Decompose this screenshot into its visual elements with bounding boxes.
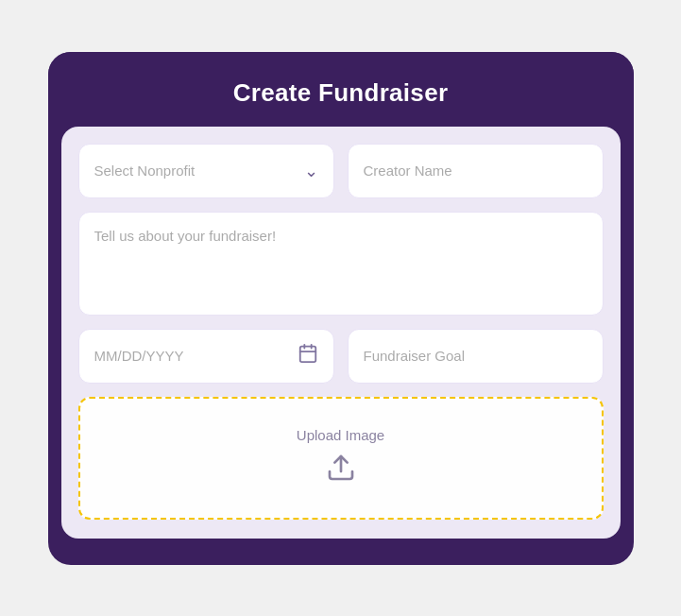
date-input[interactable] [94, 348, 298, 364]
upload-icon [326, 453, 356, 489]
card-header: Create Fundraiser [48, 52, 634, 127]
description-input[interactable] [94, 228, 587, 299]
goal-field[interactable] [348, 329, 604, 384]
svg-rect-0 [299, 347, 315, 363]
select-nonprofit-dropdown[interactable]: Select Nonprofit ⌄ [78, 144, 334, 198]
upload-image-area[interactable]: Upload Image [78, 397, 604, 520]
upload-label: Upload Image [297, 427, 384, 443]
creator-name-input[interactable] [364, 163, 587, 179]
goal-input[interactable] [364, 348, 587, 364]
row-3 [78, 329, 604, 384]
date-field[interactable] [78, 329, 334, 384]
calendar-icon [298, 343, 318, 368]
create-fundraiser-card: Create Fundraiser Select Nonprofit ⌄ [48, 52, 634, 565]
select-nonprofit-label: Select Nonprofit [94, 163, 196, 179]
description-field[interactable] [78, 212, 604, 316]
form-body: Select Nonprofit ⌄ [61, 127, 621, 539]
creator-name-field[interactable] [348, 144, 604, 198]
chevron-down-icon: ⌄ [304, 161, 318, 181]
page-title: Create Fundraiser [71, 78, 611, 108]
row-1: Select Nonprofit ⌄ [78, 144, 604, 198]
